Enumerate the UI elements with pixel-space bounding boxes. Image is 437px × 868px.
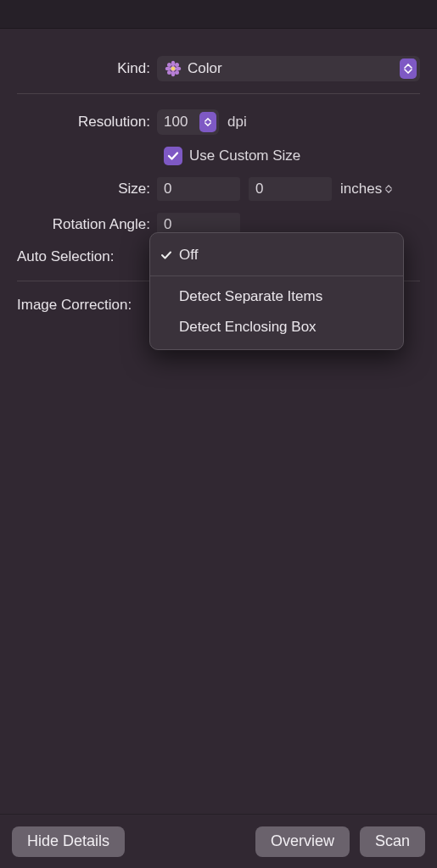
kind-value: Color: [188, 60, 222, 77]
svg-point-5: [167, 63, 171, 67]
menu-item-detect-enclosing[interactable]: Detect Enclosing Box: [150, 312, 403, 342]
chevron-updown-icon: [385, 185, 392, 193]
divider: [17, 93, 420, 94]
row-kind: Kind:: [17, 56, 420, 81]
use-custom-size-label: Use Custom Size: [189, 147, 300, 164]
hide-details-button[interactable]: Hide Details: [12, 826, 125, 857]
overview-button[interactable]: Overview: [255, 826, 350, 857]
menu-item-off[interactable]: Off: [150, 240, 403, 270]
size-label: Size:: [17, 181, 157, 198]
svg-point-2: [171, 71, 175, 76]
row-size: Size: inches: [17, 177, 420, 201]
resolution-input[interactable]: [157, 110, 199, 134]
rotation-label: Rotation Angle:: [17, 216, 157, 233]
row-use-custom-size: Use Custom Size: [164, 147, 420, 165]
svg-point-1: [171, 61, 175, 66]
footer-toolbar: Hide Details Overview Scan: [0, 814, 437, 868]
size-width-input[interactable]: [157, 177, 240, 201]
menu-item-label: Off: [179, 247, 198, 263]
menu-separator: [150, 275, 403, 276]
image-correction-label: Image Correction:: [17, 297, 138, 314]
kind-label: Kind:: [17, 60, 157, 77]
svg-point-3: [165, 67, 171, 70]
row-resolution: Resolution: dpi: [17, 109, 420, 135]
use-custom-size-checkbox[interactable]: [164, 147, 182, 165]
stepper-icon: [400, 58, 417, 79]
svg-point-7: [167, 70, 171, 75]
stepper-icon[interactable]: [199, 112, 216, 132]
menu-item-detect-separate[interactable]: Detect Separate Items: [150, 281, 403, 312]
scan-button[interactable]: Scan: [360, 826, 425, 857]
svg-point-9: [171, 67, 176, 71]
size-unit-label: inches: [340, 181, 382, 198]
size-unit-select[interactable]: inches: [340, 181, 392, 198]
window-titlebar: [0, 0, 437, 29]
svg-point-4: [176, 67, 181, 70]
auto-selection-menu: Off Detect Separate Items Detect Enclosi…: [149, 232, 404, 350]
auto-selection-label: Auto Selection:: [17, 248, 120, 265]
flower-icon: [164, 59, 182, 78]
checkmark-icon: [160, 248, 172, 265]
resolution-unit: dpi: [227, 114, 247, 131]
svg-point-8: [175, 70, 179, 75]
size-height-input[interactable]: [249, 177, 332, 201]
resolution-label: Resolution:: [17, 114, 157, 131]
svg-point-6: [175, 63, 179, 67]
kind-dropdown[interactable]: Color: [157, 56, 420, 81]
menu-item-label: Detect Enclosing Box: [179, 319, 317, 335]
menu-item-label: Detect Separate Items: [179, 288, 322, 304]
